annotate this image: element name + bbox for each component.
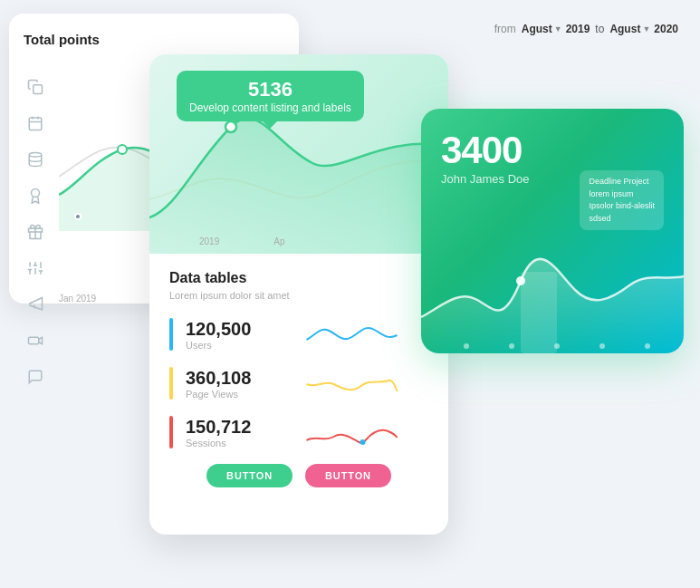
svg-rect-0 (34, 85, 43, 94)
video-icon[interactable] (25, 331, 45, 351)
users-text: 120,500 Users (186, 319, 263, 351)
green-card-tooltip: Deadline Project lorem ipsum Ipsolor bin… (580, 170, 664, 230)
from-year: 2019 (566, 23, 590, 35)
tooltip-value: 5136 (189, 78, 351, 101)
to-year: 2020 (654, 23, 678, 35)
x-label-2019: 2019 (199, 236, 219, 246)
button-pink[interactable]: BUTTON (305, 464, 391, 487)
copy-icon[interactable] (25, 77, 45, 97)
green-card-chart (421, 236, 684, 353)
from-date-select[interactable]: Agust ▼ 2019 (522, 23, 590, 35)
megaphone-icon[interactable] (25, 294, 45, 314)
main-card-body: Data tables Lorem ipsum dolor sit amet 1… (149, 254, 448, 500)
date-range-filter: from Agust ▼ 2019 to Agust ▼ 2020 (494, 23, 678, 35)
users-label: Users (186, 340, 263, 351)
svg-point-28 (516, 276, 525, 285)
x-label-jan: Jan 2019 (59, 294, 96, 304)
chat-icon[interactable] (25, 367, 45, 387)
gift-icon[interactable] (25, 222, 45, 242)
sessions-indicator (169, 416, 173, 448)
main-card-header: 5136 Develop content listing and labels (149, 54, 448, 254)
total-points-title: Total points (24, 32, 284, 47)
header-x-labels: 2019 Ap (199, 236, 284, 246)
users-indicator (169, 318, 173, 351)
pageviews-value: 360,108 (186, 368, 263, 389)
to-month: Agust (609, 23, 640, 35)
x-label-ap: Ap (273, 236, 284, 246)
from-month: Agust (522, 23, 552, 35)
svg-point-23 (464, 343, 469, 349)
calendar-icon[interactable] (25, 113, 45, 133)
button-green[interactable]: BUTTON (206, 464, 292, 487)
svg-point-6 (32, 189, 40, 198)
award-icon[interactable] (25, 186, 45, 206)
from-arrow-icon: ▼ (554, 24, 562, 34)
svg-point-19 (118, 145, 127, 154)
pageviews-label: Page Views (186, 389, 263, 400)
svg-point-5 (29, 153, 42, 158)
sessions-stat-row: 150,712 Sessions (169, 415, 428, 449)
svg-point-24 (509, 343, 514, 349)
green-stats-card: 3400 John James Doe Deadline Project lor… (421, 109, 684, 353)
pageviews-indicator (169, 367, 173, 400)
chart-dot-marker (74, 213, 82, 220)
svg-point-21 (360, 439, 366, 445)
sessions-sparkline (275, 415, 428, 449)
to-date-select[interactable]: Agust ▼ 2020 (609, 23, 678, 35)
svg-rect-18 (29, 337, 39, 344)
green-tooltip-line4: sdsed (589, 213, 655, 226)
chart-tooltip: 5136 Develop content listing and labels (177, 71, 364, 121)
svg-point-27 (645, 343, 650, 349)
pageviews-text: 360,108 Page Views (186, 368, 263, 400)
sessions-label: Sessions (186, 438, 263, 448)
pageviews-stat-row: 360,108 Page Views (169, 366, 428, 400)
sidebar-icons (25, 77, 45, 387)
data-tables-card: 5136 Develop content listing and labels (149, 54, 448, 535)
green-tooltip-line2: lorem ipsum (589, 188, 655, 201)
svg-point-26 (599, 343, 605, 349)
green-tooltip-line3: Ipsolor bind-aleslit (589, 200, 655, 213)
section-title: Data tables (169, 270, 428, 286)
to-arrow-icon: ▼ (642, 24, 650, 34)
green-card-value: 3400 (441, 129, 664, 172)
users-stat-row: 120,500 Users (169, 317, 428, 352)
section-subtitle: Lorem ipsum dolor sit amet (169, 290, 428, 301)
from-label: from (494, 23, 516, 35)
database-icon[interactable] (25, 149, 45, 169)
svg-point-25 (554, 343, 560, 349)
sliders-icon[interactable] (25, 258, 45, 278)
users-sparkline (275, 317, 428, 352)
svg-rect-1 (29, 118, 42, 130)
svg-point-20 (225, 121, 236, 132)
tooltip-label1: Develop content (189, 101, 268, 114)
tooltip-label2: listing and labels (271, 101, 351, 114)
to-label: to (595, 23, 604, 35)
sessions-text: 150,712 Sessions (186, 417, 263, 448)
pageviews-sparkline (275, 366, 428, 400)
users-value: 120,500 (186, 319, 263, 340)
sessions-value: 150,712 (186, 417, 263, 438)
button-row: BUTTON BUTTON (169, 464, 428, 487)
green-tooltip-line1: Deadline Project (589, 176, 655, 188)
